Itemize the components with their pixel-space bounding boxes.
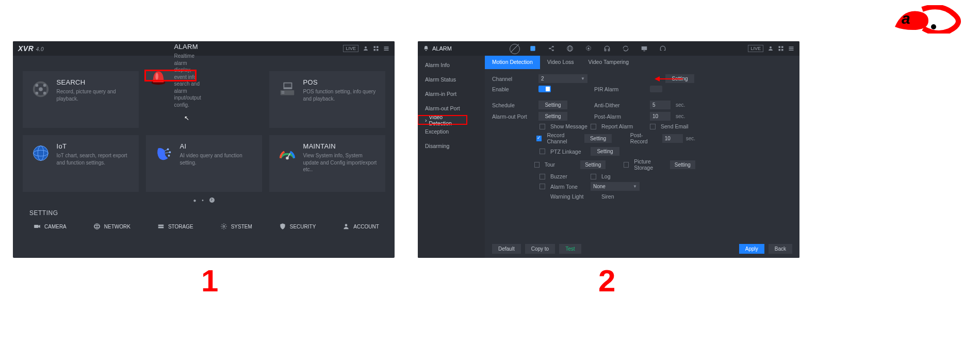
ai-tool-icon[interactable] xyxy=(529,45,536,52)
sidebar-item-alarm-info[interactable]: Alarm Info xyxy=(418,58,485,72)
svg-rect-3 xyxy=(374,46,376,48)
svg-point-28 xyxy=(167,149,169,151)
sidebar-item-alarm-in-port[interactable]: Alarm-in Port xyxy=(418,87,485,101)
cursor-icon: ↖ xyxy=(184,114,189,122)
svg-point-2 xyxy=(365,46,367,48)
sidebar-item-exception[interactable]: Exception xyxy=(418,124,485,139)
svg-rect-40 xyxy=(158,227,164,228)
buzzer-checkbox[interactable] xyxy=(540,174,545,179)
copyto-button[interactable]: Copy to xyxy=(525,244,555,254)
antidither-input[interactable] xyxy=(650,101,671,109)
svg-rect-46 xyxy=(552,50,554,51)
gear-tool-icon[interactable] xyxy=(585,45,592,52)
setting-system[interactable]: SYSTEM xyxy=(220,223,252,230)
svg-rect-6 xyxy=(377,49,379,51)
grid-icon[interactable] xyxy=(373,45,379,52)
picstore-setting-button[interactable]: Setting xyxy=(670,160,695,169)
postalarm-input[interactable] xyxy=(650,112,671,121)
svg-rect-35 xyxy=(34,225,38,228)
headset-tool-icon[interactable] xyxy=(603,45,611,52)
report-checkbox[interactable] xyxy=(591,124,596,129)
schedule-setting-button[interactable]: Setting xyxy=(538,101,567,109)
enable-toggle[interactable] xyxy=(538,86,551,92)
monitor-tool-icon[interactable] xyxy=(641,45,648,52)
log-checkbox[interactable] xyxy=(591,174,596,179)
picstore-checkbox[interactable] xyxy=(624,162,629,168)
tab-video-loss[interactable]: Video Loss xyxy=(540,56,581,69)
topbar-left: XVR 4.0 LIVE xyxy=(13,41,395,56)
grid-icon[interactable] xyxy=(778,45,784,52)
card-ai[interactable]: AIAI video query and function setting. xyxy=(146,135,262,192)
pagination-dots[interactable]: ● • xyxy=(13,197,395,203)
svg-point-56 xyxy=(770,46,772,48)
sidebar-item-alarm-status[interactable]: Alarm Status xyxy=(418,72,485,87)
back-button[interactable]: Back xyxy=(769,244,792,254)
test-button[interactable]: Test xyxy=(559,244,581,254)
card-alarm[interactable]: ALARMRealtime alarm display, event info … xyxy=(146,71,195,80)
region-setting-button[interactable]: Setting xyxy=(665,74,694,83)
svg-point-14 xyxy=(35,92,38,95)
alarmtone-select[interactable]: None▼ xyxy=(591,182,640,191)
svg-point-1 xyxy=(931,24,936,29)
default-button[interactable]: Default xyxy=(492,244,521,254)
svg-rect-52 xyxy=(605,49,606,51)
support-tool-icon[interactable] xyxy=(659,45,666,52)
setting-account[interactable]: ACCOUNT xyxy=(342,223,379,230)
card-search[interactable]: SEARCHRecord, picture query and playback… xyxy=(23,71,139,128)
network-tool-icon[interactable] xyxy=(548,45,555,52)
step-label-1: 1 xyxy=(201,263,218,299)
maintain-icon xyxy=(277,143,297,163)
card-maintain[interactable]: MAINTAINView System info, System update … xyxy=(269,135,385,192)
disable-icon[interactable] xyxy=(511,45,518,52)
svg-rect-57 xyxy=(779,46,781,48)
svg-rect-44 xyxy=(549,48,551,49)
svg-text:a: a xyxy=(902,10,910,27)
pos-icon xyxy=(277,79,297,99)
sendemail-checkbox[interactable] xyxy=(650,124,656,129)
tab-motion-detection[interactable]: Motion Detection xyxy=(485,56,540,69)
brand-text: XVR 4.0 xyxy=(18,44,44,53)
postrec-input[interactable] xyxy=(662,134,683,143)
alarmout-setting-button[interactable]: Setting xyxy=(538,112,567,121)
card-iot[interactable]: IoTIoT chart, search, report export and … xyxy=(23,135,139,192)
svg-rect-21 xyxy=(280,90,294,95)
svg-rect-39 xyxy=(158,225,164,226)
ptz-setting-button[interactable]: Setting xyxy=(591,147,619,156)
svg-rect-9 xyxy=(384,50,389,51)
ptz-checkbox[interactable] xyxy=(540,149,545,154)
pir-toggle[interactable] xyxy=(650,86,662,92)
tour-setting-button[interactable]: Setting xyxy=(580,160,606,169)
showmsg-checkbox[interactable] xyxy=(540,124,545,129)
sidebar-item-disarming[interactable]: Disarming xyxy=(418,139,485,153)
svg-rect-5 xyxy=(374,49,376,51)
menu-icon[interactable] xyxy=(383,45,389,52)
menu-icon[interactable] xyxy=(788,45,794,52)
svg-line-47 xyxy=(551,47,552,49)
svg-rect-22 xyxy=(281,91,284,92)
refresh-tool-icon[interactable] xyxy=(622,45,629,52)
recchan-checkbox[interactable] xyxy=(536,136,542,141)
globe-tool-icon[interactable] xyxy=(566,45,574,52)
setting-camera[interactable]: CAMERA xyxy=(34,223,67,230)
svg-point-12 xyxy=(35,84,38,87)
recchan-setting-button[interactable]: Setting xyxy=(584,134,611,143)
iot-icon xyxy=(31,143,51,163)
channel-label: Channel xyxy=(492,76,534,82)
card-pos[interactable]: POSPOS function setting, info query and … xyxy=(269,71,385,128)
setting-security[interactable]: SECURITY xyxy=(279,223,316,230)
schedule-label: Schedule xyxy=(492,102,534,108)
tab-video-tampering[interactable]: Video Tampering xyxy=(581,56,636,69)
setting-network[interactable]: NETWORK xyxy=(93,223,130,230)
svg-rect-53 xyxy=(608,49,609,51)
apply-button[interactable]: Apply xyxy=(739,244,764,254)
alarmtone-checkbox[interactable] xyxy=(540,184,545,189)
setting-storage[interactable]: STORAGE xyxy=(157,223,193,230)
svg-rect-59 xyxy=(779,49,781,51)
tour-checkbox[interactable] xyxy=(534,162,540,168)
svg-rect-60 xyxy=(781,49,783,51)
user-icon[interactable] xyxy=(363,45,369,52)
sidebar-item-video-detection[interactable]: ›Video Detection xyxy=(418,116,467,124)
channel-select[interactable]: 2▼ xyxy=(538,74,587,83)
user-icon[interactable] xyxy=(767,45,774,52)
alarm-sidebar: Alarm Info Alarm Status Alarm-in Port Al… xyxy=(418,56,485,258)
